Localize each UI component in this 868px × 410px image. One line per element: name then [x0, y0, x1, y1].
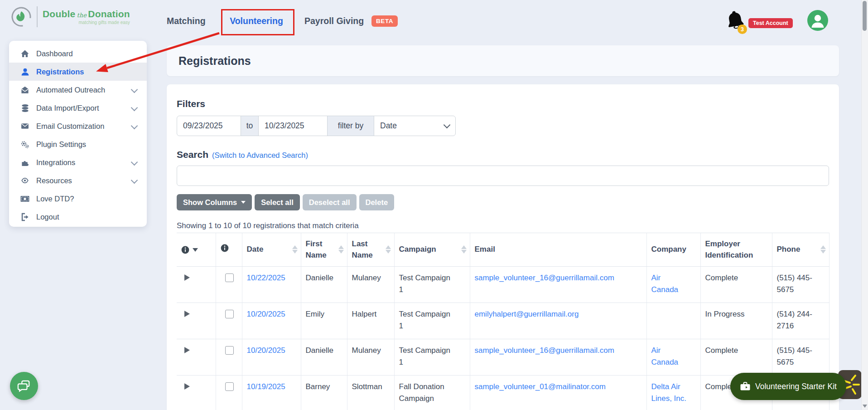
table-row: 10/20/2025 Danielle Mulaney Test Campaig… — [177, 339, 829, 376]
database-icon — [20, 103, 30, 112]
sidebar-item-label: Dashboard — [36, 49, 73, 58]
page-title: Registrations — [178, 54, 251, 68]
cell-email-link[interactable]: sample_volunteer_01@mailinator.com — [475, 382, 606, 391]
cell-email-link[interactable]: sample_volunteer_16@guerrillamail.com — [475, 346, 614, 355]
header-label: Last Name — [352, 239, 373, 259]
expand-row-icon[interactable] — [184, 347, 190, 353]
cell-company-link[interactable]: Air Canada — [651, 272, 689, 295]
cell-company-link[interactable]: Air Canada — [651, 345, 689, 368]
notification-count-badge[interactable]: 3 — [738, 24, 747, 34]
top-navigation-bar: DoubletheDonation matching gifts made ea… — [0, 0, 868, 35]
brand-word-donation: Donation — [88, 9, 130, 19]
header-label: Date — [247, 245, 264, 254]
sidebar-item-dashboard[interactable]: Dashboard — [9, 44, 147, 63]
sort-icon[interactable] — [386, 245, 391, 254]
chevron-down-icon — [131, 122, 138, 130]
sort-icon[interactable] — [820, 245, 826, 254]
chat-widget-button[interactable] — [10, 372, 38, 400]
cell-first-name: Danielle — [301, 339, 347, 376]
sidebar-item-data-import-export[interactable]: Data Import/Export — [9, 99, 147, 117]
expand-row-icon[interactable] — [184, 383, 190, 390]
chevron-down-icon — [131, 177, 138, 184]
to-label: to — [241, 116, 259, 136]
select-all-button[interactable]: Select all — [255, 194, 300, 210]
date-to-input[interactable] — [265, 121, 321, 131]
header-select-column — [216, 233, 242, 267]
advanced-search-link[interactable]: (Switch to Advanced Search) — [212, 151, 308, 160]
header-expand-column[interactable] — [177, 233, 216, 267]
date-from-input[interactable] — [183, 121, 235, 131]
header-first-name[interactable]: First Name — [301, 233, 347, 267]
header-label: Employer Identification — [705, 239, 753, 259]
registrations-panel: Filters to filter by Date Search (Switch… — [167, 84, 839, 410]
info-icon — [181, 246, 189, 254]
header-label: Campaign — [399, 245, 436, 254]
user-avatar[interactable] — [807, 10, 828, 31]
header-phone[interactable]: Phone — [772, 233, 829, 267]
header-label: Phone — [777, 245, 800, 254]
gears-icon — [20, 140, 30, 149]
cell-campaign: Test Campaign 1 — [399, 308, 453, 332]
header-campaign[interactable]: Campaign — [394, 233, 470, 267]
sidebar-item-logout[interactable]: Logout — [9, 208, 147, 226]
filter-by-label: filter by — [327, 116, 374, 136]
logo-divider — [37, 6, 38, 27]
sidebar-item-plugin-settings[interactable]: Plugin Settings — [9, 135, 147, 153]
table-toolbar: Show Columns Select all Deselect all Del… — [177, 194, 829, 210]
sort-icon[interactable] — [292, 245, 298, 254]
registration-date-link[interactable]: 10/19/2025 — [247, 382, 285, 391]
expand-row-icon[interactable] — [184, 274, 190, 281]
cell-company-link[interactable]: Delta Air Lines, Inc. — [651, 381, 689, 404]
registration-date-link[interactable]: 10/22/2025 — [247, 273, 285, 282]
annotation-highlight-box — [221, 9, 294, 35]
vertical-scrollbar[interactable] — [861, 0, 868, 410]
nav-tab-matching[interactable]: Matching — [167, 15, 206, 26]
header-email[interactable]: Email — [470, 233, 646, 267]
scrollbar-thumb[interactable] — [863, 1, 867, 31]
brand-logo[interactable]: DoubletheDonation matching gifts made ea… — [11, 6, 130, 27]
user-icon — [20, 67, 30, 76]
filters-heading: Filters — [177, 98, 829, 109]
sidebar-item-integrations[interactable]: Integrations — [9, 153, 147, 171]
delete-button[interactable]: Delete — [359, 194, 395, 210]
chevron-down-icon — [131, 86, 138, 93]
mail-open-icon — [20, 85, 30, 94]
row-checkbox[interactable] — [225, 346, 234, 355]
cell-phone: (515) 445-5675 — [777, 272, 819, 295]
registration-date-link[interactable]: 10/20/2025 — [247, 310, 285, 318]
row-checkbox[interactable] — [225, 273, 234, 282]
sidebar-item-love-dtd[interactable]: Love DTD? — [9, 190, 147, 208]
sidebar-item-label: Email Customization — [36, 122, 104, 131]
date-from-field[interactable] — [177, 116, 241, 136]
brand-word-the: the — [77, 12, 87, 19]
cell-email-link[interactable]: emilyhalpert@guerrillamail.org — [475, 310, 579, 318]
caret-down-icon[interactable] — [193, 248, 198, 252]
brand-wordmark: DoubletheDonation matching gifts made ea… — [43, 9, 130, 25]
sidebar-item-automated-outreach[interactable]: Automated Outreach — [9, 81, 147, 99]
show-columns-button[interactable]: Show Columns — [177, 194, 252, 210]
sidebar-item-registrations[interactable]: Registrations — [9, 63, 147, 81]
cell-employer-identification: Complete — [700, 339, 772, 376]
filter-field-select[interactable]: Date — [374, 116, 456, 136]
date-filter-group: to filter by Date — [177, 116, 829, 136]
volunteering-starter-kit-button[interactable]: Volunteering Starter Kit — [730, 373, 846, 400]
sidebar-item-resources[interactable]: Resources — [9, 171, 147, 190]
row-checkbox[interactable] — [225, 310, 234, 318]
expand-row-icon[interactable] — [184, 311, 190, 317]
registration-date-link[interactable]: 10/20/2025 — [247, 346, 285, 355]
sidebar-item-label: Resources — [36, 176, 72, 185]
sort-icon[interactable] — [461, 245, 467, 254]
header-date[interactable]: Date — [242, 233, 301, 267]
date-to-field[interactable] — [258, 116, 328, 136]
header-last-name[interactable]: Last Name — [347, 233, 394, 267]
sidebar-item-label: Integrations — [36, 158, 75, 167]
row-checkbox[interactable] — [225, 382, 234, 391]
page-header-card: Registrations — [167, 45, 839, 76]
deselect-all-button[interactable]: Deselect all — [303, 194, 357, 210]
sort-icon[interactable] — [338, 245, 344, 254]
scrollbar-down-arrow[interactable] — [863, 405, 867, 408]
sidebar-item-email-customization[interactable]: Email Customization — [9, 117, 147, 135]
search-input[interactable] — [177, 166, 829, 186]
cell-email-link[interactable]: sample_volunteer_16@guerrillamail.com — [475, 273, 614, 282]
nav-tab-payroll-giving[interactable]: Payroll Giving — [304, 15, 364, 26]
